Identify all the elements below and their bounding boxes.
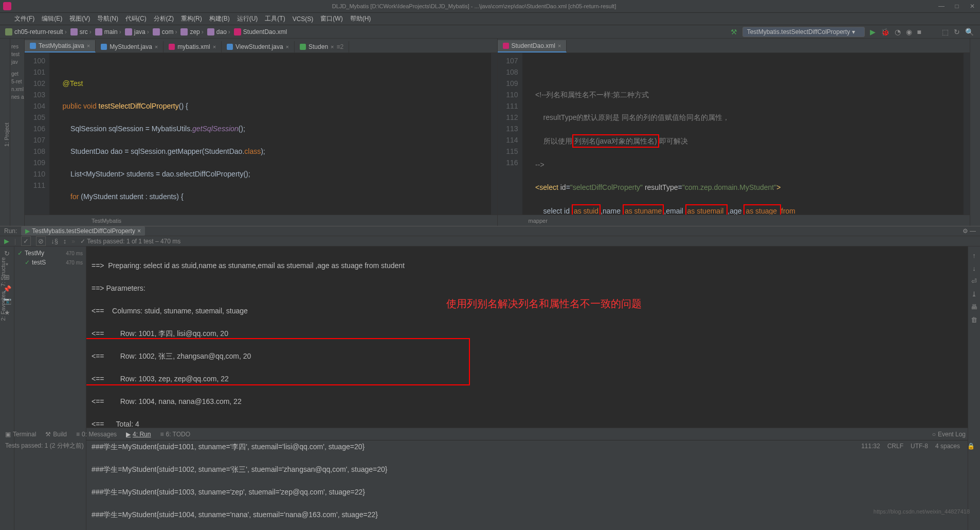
gear-icon[interactable]: ⚙ — — [963, 227, 976, 235]
menu-run[interactable]: 运行(U) — [237, 14, 258, 23]
breadcrumb-item[interactable]: main — [95, 28, 123, 36]
favorites-stripe[interactable]: 2: Favorites 7: Structure — [0, 257, 6, 321]
coverage-icon[interactable]: ◔ — [895, 28, 901, 36]
up-icon[interactable]: ↑ — [972, 252, 976, 259]
editor-right: StudentDao.xml× 107108109110111112113114… — [498, 39, 970, 226]
tab-bar-right: StudentDao.xml× — [498, 39, 970, 53]
menu-code[interactable]: 代码(C) — [125, 14, 147, 23]
minimize-icon[interactable]: — — [934, 3, 949, 10]
right-tool-stripe[interactable] — [970, 39, 980, 226]
tab-student[interactable]: Studen×≡2 — [295, 41, 349, 52]
terminal-tab[interactable]: ▣ Terminal — [5, 431, 36, 438]
down-icon[interactable]: ↓ — [972, 264, 976, 272]
folder-icon — [180, 28, 188, 36]
xml-icon — [234, 28, 241, 36]
tab-testmybatis[interactable]: TestMybatis.java× — [25, 40, 96, 52]
tab-viewstudent[interactable]: ViewStudent.java× — [222, 41, 295, 52]
class-icon — [227, 44, 233, 50]
tree-item: ✓TestMy470 ms — [16, 249, 84, 258]
menu-window[interactable]: 窗口(W) — [320, 14, 342, 23]
wrap-icon[interactable]: ⏎ — [971, 277, 977, 285]
breadcrumb-item[interactable]: src — [70, 28, 93, 36]
left-tool-stripe[interactable]: 1: Project — [0, 39, 10, 226]
tab-close-icon[interactable]: × — [155, 44, 158, 50]
menu-tools[interactable]: 工具(T) — [265, 14, 285, 23]
editor-left: TestMybatis.java× MyStudent.java× mybati… — [25, 39, 498, 226]
window-title: DLJD_Mybatis [D:\CWork\IdeaProjects\DLJD… — [321, 3, 627, 9]
run-config-dropdown[interactable]: TestMybatis.testSelectDiffColProperty ▾ — [742, 27, 865, 37]
menu-analyze[interactable]: 分析(Z) — [154, 14, 174, 23]
tab-close-icon[interactable]: × — [558, 43, 561, 49]
sort-icon[interactable]: ↓§ — [51, 237, 58, 245]
stop-icon[interactable]: ■ — [917, 28, 921, 36]
console-output[interactable]: ==> Preparing: select id as stuid,name a… — [86, 246, 968, 530]
module-icon — [5, 28, 12, 36]
console-side-buttons: ↑ ↓ ⏎ ⤓ 🖶 🗑 — [968, 246, 980, 530]
debug-icon[interactable]: 🐞 — [881, 28, 890, 36]
menu-help[interactable]: 帮助(H) — [350, 14, 371, 23]
watermark: https://blog.csdn.net/weixin_44827418 — [874, 508, 970, 515]
menu-navigate[interactable]: 导航(N) — [97, 14, 118, 23]
menu-view[interactable]: 视图(V) — [69, 14, 90, 23]
tab-close-icon[interactable]: × — [137, 227, 141, 235]
project-tool-window[interactable]: restestjav get 5-retn.xmlnes ar — [10, 39, 25, 226]
lock-icon[interactable]: 🔒 — [967, 443, 975, 450]
class-icon — [30, 43, 36, 49]
git-icon[interactable]: ⬚ — [942, 28, 949, 36]
menu-vcs[interactable]: VCS(S) — [293, 15, 314, 23]
tab-mybatisxml[interactable]: mybatis.xml× — [164, 41, 222, 52]
search-icon[interactable]: 🔍 — [965, 28, 974, 36]
print-icon[interactable]: 🖶 — [971, 303, 977, 311]
breadcrumb-item[interactable]: dao — [207, 28, 232, 36]
breadcrumb-item[interactable]: ch05-return-result — [5, 28, 68, 36]
maximize-icon[interactable]: □ — [949, 3, 965, 10]
crumb-bar-right[interactable]: mapper — [498, 215, 970, 226]
expand-icon[interactable]: ↕ — [63, 237, 67, 245]
annotation-text: 使用列别名解决列名和属性名不一致的问题 — [446, 298, 642, 309]
tab-close-icon[interactable]: × — [87, 43, 90, 49]
run-pane: Run: ▶TestMybatis.testSelectDiffColPrope… — [0, 226, 980, 428]
title-bar: DLJD_Mybatis [D:\CWork\IdeaProjects\DLJD… — [0, 0, 980, 13]
run-icon[interactable]: ▶ — [870, 28, 876, 36]
run-tab[interactable]: ▶TestMybatis.testSelectDiffColProperty× — [21, 226, 145, 236]
menu-build[interactable]: 构建(B) — [209, 14, 230, 23]
breadcrumb-item[interactable]: java — [125, 28, 151, 36]
breadcrumb-item[interactable]: zep — [180, 28, 205, 36]
scroll-icon[interactable]: ⤓ — [971, 290, 977, 298]
folder-icon — [95, 28, 102, 36]
tree-item: ✓testS470 ms — [16, 258, 84, 267]
breadcrumb-item[interactable]: StudentDao.xml — [234, 28, 287, 36]
folder-icon — [207, 28, 214, 36]
run-label: Run: — [4, 227, 17, 235]
trash-icon[interactable]: 🗑 — [971, 316, 977, 324]
rerun-icon[interactable]: ▶ — [4, 237, 9, 245]
code-area-left[interactable]: 100101102103104105106107108109110111 @Te… — [25, 53, 497, 215]
menu-file[interactable]: 文件(F) — [14, 14, 34, 23]
menu-edit[interactable]: 编辑(E) — [42, 14, 62, 23]
crumb-bar-left[interactable]: TestMybatis — [25, 215, 497, 226]
code-area-right[interactable]: 107108109110111112113114115116 <!--列名和属性… — [498, 53, 970, 215]
menu-bar: 文件(F) 编辑(E) 视图(V) 导航(N) 代码(C) 分析(Z) 重构(R… — [0, 13, 980, 25]
build-tab[interactable]: ⚒ Build — [45, 431, 67, 438]
folder-icon — [70, 28, 78, 36]
update-icon[interactable]: ↻ — [954, 28, 960, 36]
fail-icon[interactable]: ⊘ — [36, 236, 46, 246]
tab-studentdao[interactable]: StudentDao.xml× — [498, 40, 567, 52]
check-icon[interactable]: ✓ — [21, 236, 31, 246]
tab-close-icon[interactable]: × — [286, 44, 289, 50]
tab-close-icon[interactable]: × — [213, 44, 216, 50]
stop-icon[interactable]: ↻ — [4, 250, 10, 257]
nav-bar: ch05-return-result src main java com zep… — [0, 25, 980, 39]
profile-icon[interactable]: ◉ — [906, 28, 912, 36]
tab-mystudent[interactable]: MyStudent.java× — [96, 41, 164, 52]
tab-close-icon[interactable]: × — [331, 44, 334, 50]
menu-refactor[interactable]: 重构(R) — [181, 14, 202, 23]
minimap[interactable] — [964, 53, 970, 215]
gutter: 107108109110111112113114115116 — [498, 53, 522, 215]
test-tree[interactable]: ✓TestMy470 ms ✓testS470 ms — [14, 246, 86, 530]
minimap[interactable] — [491, 53, 497, 215]
close-icon[interactable]: ✕ — [965, 3, 980, 10]
class-icon — [300, 44, 306, 50]
build-icon[interactable]: ⚒ — [731, 28, 737, 36]
breadcrumb-item[interactable]: com — [153, 28, 179, 36]
